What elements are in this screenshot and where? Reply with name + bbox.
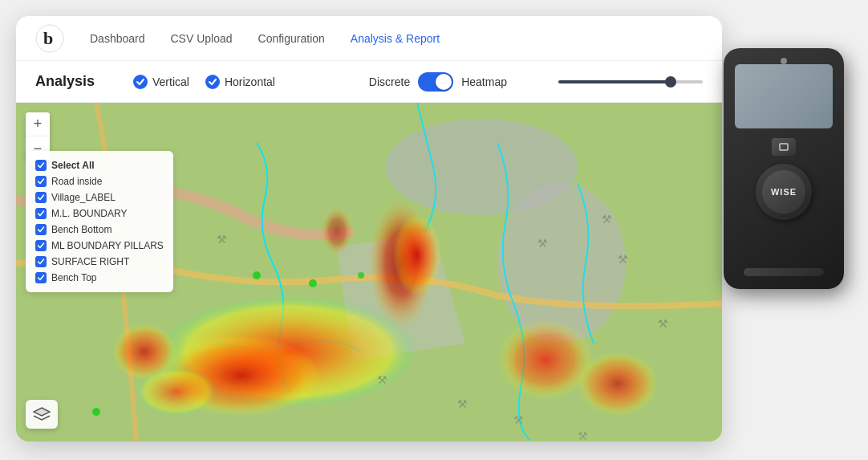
legend-panel: Select All Road inside Village_LABEL M.L… — [26, 151, 173, 292]
nav-dashboard[interactable]: Dashboard — [90, 32, 145, 45]
wise-device: WISE — [724, 48, 852, 305]
surface-right-checkbox[interactable] — [35, 256, 47, 267]
toggle-thumb — [436, 74, 452, 90]
legend-surface-right[interactable]: SURFACE RIGHT — [35, 254, 164, 270]
road-inside-checkbox[interactable] — [35, 176, 47, 187]
legend-surface-right-label: SURFACE RIGHT — [51, 256, 129, 267]
layer-button[interactable] — [26, 400, 58, 429]
svg-point-26 — [309, 279, 317, 287]
vertical-check-icon — [133, 75, 148, 89]
nav-links: Dashboard CSV Upload Configuration Analy… — [90, 32, 440, 45]
horizontal-label: Horizontal — [225, 75, 275, 88]
svg-text:⚒: ⚒ — [618, 253, 628, 266]
svg-text:⚒: ⚒ — [578, 429, 588, 442]
discrete-label: Discrete — [369, 75, 410, 88]
svg-text:⚒: ⚒ — [658, 317, 668, 330]
legend-ml-boundary-pillars[interactable]: ML BOUNDARY PILLARS — [35, 238, 164, 254]
heatmap-label: Heatmap — [461, 75, 507, 88]
intensity-slider[interactable] — [558, 80, 703, 83]
device-ring-button[interactable]: WISE — [756, 164, 812, 220]
vertical-label: Vertical — [152, 75, 189, 88]
logo[interactable]: b — [35, 24, 64, 53]
legend-bench-bottom[interactable]: Bench Bottom — [35, 222, 164, 238]
svg-text:b: b — [43, 28, 53, 48]
select-all-checkbox[interactable] — [35, 160, 47, 171]
ml-boundary-checkbox[interactable] — [35, 208, 47, 219]
ml-boundary-pillars-checkbox[interactable] — [35, 240, 47, 251]
svg-point-27 — [358, 272, 364, 279]
checkboxes: Vertical Horizontal — [133, 75, 275, 89]
legend-bench-top[interactable]: Bench Top — [35, 270, 164, 286]
device-ring-inner: WISE — [762, 170, 805, 214]
legend-select-all-label: Select All — [51, 160, 95, 171]
legend-ml-boundary-pillars-label: ML BOUNDARY PILLARS — [51, 240, 164, 251]
bench-bottom-checkbox[interactable] — [35, 224, 47, 235]
legend-road-inside-label: Road inside — [51, 176, 102, 187]
layers-icon — [33, 407, 51, 421]
horizontal-check-icon — [205, 75, 220, 89]
device-screen — [735, 64, 833, 128]
vertical-checkbox[interactable]: Vertical — [133, 75, 189, 89]
device-body: WISE — [724, 48, 844, 289]
device-led — [781, 58, 787, 64]
svg-text:⚒: ⚒ — [217, 233, 227, 246]
svg-point-11 — [578, 352, 658, 416]
bench-top-checkbox[interactable] — [35, 272, 47, 283]
village-label-checkbox[interactable] — [35, 192, 47, 203]
legend-bench-top-label: Bench Top — [51, 272, 97, 283]
main-card: b Dashboard CSV Upload Configuration Ana… — [16, 16, 722, 442]
legend-ml-boundary[interactable]: M.L. BOUNDARY — [35, 206, 164, 222]
svg-point-28 — [92, 408, 100, 416]
svg-point-9 — [393, 215, 441, 295]
legend-road-inside[interactable]: Road inside — [35, 173, 164, 189]
nav-csv-upload[interactable]: CSV Upload — [171, 32, 233, 45]
legend-select-all[interactable]: Select All — [35, 157, 164, 173]
device-top-button[interactable] — [772, 138, 796, 156]
svg-text:⚒: ⚒ — [513, 413, 524, 426]
svg-point-4 — [497, 183, 626, 344]
svg-text:⚒: ⚒ — [602, 213, 612, 226]
device-bottom-bar — [744, 268, 824, 276]
legend-village-label[interactable]: Village_LABEL — [35, 189, 164, 206]
svg-point-13 — [112, 324, 176, 380]
svg-point-14 — [321, 207, 353, 255]
nav-configuration[interactable]: Configuration — [258, 32, 325, 45]
svg-text:⚒: ⚒ — [457, 397, 468, 410]
square-icon — [778, 141, 789, 153]
map-container: ⚒ ⚒ ⚒ ⚒ ⚒ ⚒ ⚒ ⚒ ⚒ ⚒ + − — [16, 103, 722, 442]
legend-ml-boundary-label: M.L. BOUNDARY — [51, 208, 127, 219]
svg-text:⚒: ⚒ — [537, 237, 548, 250]
svg-rect-29 — [780, 144, 788, 150]
nav-analysis-report[interactable]: Analysis & Report — [351, 32, 440, 45]
analysis-header: Analysis Vertical Horizontal Discrete He… — [16, 61, 722, 103]
device-wise-label: WISE — [771, 187, 797, 197]
svg-text:⚒: ⚒ — [377, 373, 387, 386]
legend-village-label-text: Village_LABEL — [51, 192, 116, 203]
horizontal-checkbox[interactable]: Horizontal — [205, 75, 275, 89]
slider-section — [558, 80, 703, 83]
analysis-title: Analysis — [35, 73, 107, 90]
svg-point-25 — [253, 271, 261, 279]
discrete-heatmap-toggle[interactable] — [418, 72, 453, 92]
zoom-in-button[interactable]: + — [26, 112, 50, 136]
toggle-section: Discrete Heatmap — [369, 72, 507, 92]
legend-bench-bottom-label: Bench Bottom — [51, 224, 112, 235]
navbar: b Dashboard CSV Upload Configuration Ana… — [16, 16, 722, 61]
